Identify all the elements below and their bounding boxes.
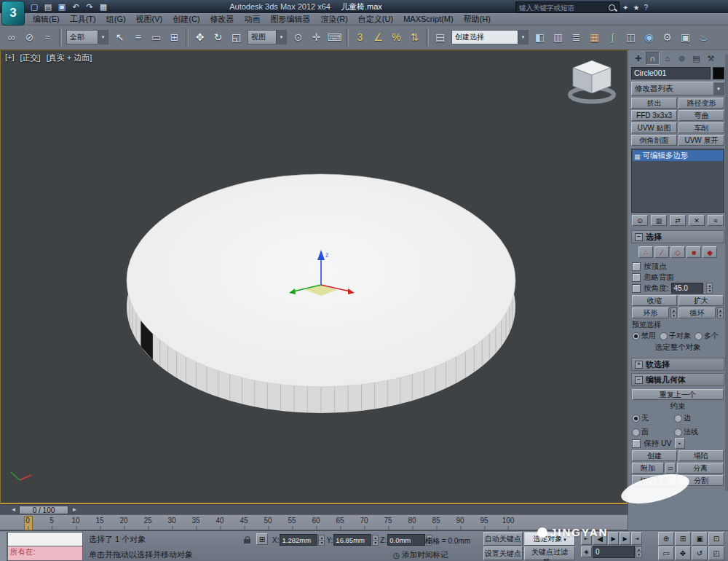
- select-and-manipulate-icon[interactable]: ✛: [307, 28, 325, 47]
- menu-item[interactable]: MAXScript(M): [398, 14, 458, 24]
- select-by-name-icon[interactable]: ≡: [129, 28, 147, 47]
- render-production-icon[interactable]: ♨: [695, 28, 713, 47]
- selection-lock-toggle[interactable]: [243, 536, 252, 544]
- by-vertex-checkbox[interactable]: 按顶点: [632, 261, 724, 272]
- show-end-result-icon[interactable]: ▥: [651, 215, 667, 226]
- constraint-radio[interactable]: 边: [674, 413, 703, 423]
- x-coordinate-field[interactable]: 1.282mm: [280, 534, 317, 546]
- menu-item[interactable]: 帮助(H): [459, 13, 496, 26]
- set-key-button[interactable]: 设置关键点: [483, 546, 523, 560]
- key-mode-icon[interactable]: ◈: [581, 546, 592, 557]
- tab-display[interactable]: ▤: [689, 52, 703, 65]
- curve-editor-icon[interactable]: ∫: [604, 28, 622, 47]
- rollout-edit-geometry-header[interactable]: 编辑几何体: [631, 373, 724, 386]
- orbit-icon[interactable]: ↺: [692, 546, 708, 560]
- element-mode-icon[interactable]: ◆: [703, 246, 717, 258]
- ring-spinner[interactable]: [670, 307, 677, 318]
- angle-value-field[interactable]: 45.0: [671, 283, 703, 294]
- preview-radio[interactable]: 禁用: [632, 331, 656, 341]
- listener-output-pane[interactable]: [7, 532, 83, 546]
- constraint-radio[interactable]: 法线: [674, 427, 703, 437]
- undo-icon[interactable]: ↶: [69, 1, 82, 12]
- open-file-icon[interactable]: ▤: [41, 1, 55, 12]
- listener-grip[interactable]: [0, 532, 7, 561]
- align-icon[interactable]: ▥: [549, 28, 567, 47]
- object-color-swatch[interactable]: [713, 67, 724, 79]
- modifier-preset-button[interactable]: 车削: [678, 122, 724, 133]
- preserve-uv-settings-icon[interactable]: ▪: [675, 438, 685, 449]
- ignore-backfacing-checkbox[interactable]: 忽略背面: [632, 272, 724, 283]
- rollout-selection-header[interactable]: 选择: [631, 230, 724, 243]
- menu-item[interactable]: 图形编辑器: [266, 13, 316, 26]
- make-unique-icon[interactable]: ⇄: [670, 215, 686, 226]
- tab-hierarchy[interactable]: ⌂: [660, 52, 674, 65]
- viewport-shading-menu[interactable]: [真实 + 边面]: [47, 52, 92, 63]
- modifier-preset-button[interactable]: UVW 展开: [678, 135, 724, 146]
- render-setup-icon[interactable]: ⚙: [658, 28, 676, 47]
- menu-item[interactable]: 自定义(U): [353, 13, 398, 26]
- zoom-all-icon[interactable]: ⊞: [675, 532, 691, 546]
- command-panel-scrollbar[interactable]: [725, 54, 728, 491]
- time-slider-handle[interactable]: 0 / 100: [19, 506, 68, 514]
- unlink-selection-icon[interactable]: ⊘: [20, 28, 39, 47]
- select-object-icon[interactable]: ↖: [111, 28, 129, 47]
- zoom-icon[interactable]: ⊕: [658, 532, 674, 546]
- stack-item-editable-poly[interactable]: 可编辑多边形: [633, 150, 723, 161]
- create-button[interactable]: 创建: [632, 450, 677, 461]
- select-and-rotate-icon[interactable]: ↻: [209, 28, 227, 47]
- percent-snap-icon[interactable]: %: [387, 28, 405, 47]
- time-slider-left-arrow-icon[interactable]: ◄: [9, 506, 17, 514]
- repeat-last-button[interactable]: 重复上一个: [632, 389, 724, 400]
- zoom-region-icon[interactable]: ▭: [658, 546, 674, 560]
- modifier-preset-button[interactable]: 路径变形: [678, 98, 724, 109]
- modifier-preset-button[interactable]: UVW 贴图: [631, 122, 677, 133]
- tab-motion[interactable]: ⊚: [675, 52, 689, 65]
- select-and-move-icon[interactable]: ✥: [191, 28, 209, 47]
- modifier-preset-button[interactable]: 弯曲: [678, 110, 724, 121]
- selection-filter-dropdown[interactable]: 全部: [66, 30, 108, 44]
- track-bar[interactable]: 0510152025303540455055606570758085909510…: [0, 514, 628, 530]
- key-filters-button[interactable]: 关键点过滤器...: [524, 546, 575, 560]
- collapse-button[interactable]: 塌陷: [678, 450, 724, 461]
- use-pivot-point-center-icon[interactable]: ⊙: [289, 28, 307, 47]
- menu-item[interactable]: 渲染(R): [316, 13, 353, 26]
- named-selection-sets-dropdown[interactable]: 创建选择: [451, 30, 529, 44]
- grow-button[interactable]: 扩大: [678, 295, 724, 306]
- play-icon[interactable]: ▶: [608, 532, 619, 545]
- save-file-icon[interactable]: ▣: [55, 1, 68, 12]
- rollout-soft-selection-header[interactable]: 软选择: [631, 358, 724, 371]
- go-to-end-icon[interactable]: ⇥: [631, 532, 642, 545]
- polygon-mode-icon[interactable]: ■: [687, 246, 701, 258]
- time-slider[interactable]: ◄ 0 / 100 ►: [0, 504, 628, 515]
- preview-radio[interactable]: 子对象: [660, 331, 691, 341]
- attach-list-icon[interactable]: ▭: [665, 463, 676, 474]
- menu-item[interactable]: 视图(V): [131, 13, 168, 26]
- zoom-extents-icon[interactable]: ▣: [692, 532, 708, 546]
- auto-key-button[interactable]: 自动关键点: [483, 532, 523, 546]
- x-spinner[interactable]: [318, 535, 325, 546]
- select-and-link-icon[interactable]: ∞: [2, 28, 20, 47]
- ring-button[interactable]: 环形: [632, 307, 669, 318]
- project-folder-icon[interactable]: ▦: [97, 1, 110, 12]
- viewport-general-menu[interactable]: [+]: [5, 52, 15, 63]
- configure-modifier-sets-icon[interactable]: ≡: [708, 215, 724, 226]
- maxscript-mini-listener[interactable]: 所有在:: [0, 532, 83, 561]
- new-scene-icon[interactable]: ▢: [28, 1, 41, 12]
- bind-to-space-warp-icon[interactable]: ≈: [39, 28, 57, 47]
- attach-button[interactable]: 附加: [632, 463, 664, 474]
- mirror-icon[interactable]: ◧: [531, 28, 549, 47]
- zoom-extents-all-icon[interactable]: ⊡: [708, 532, 724, 546]
- maximize-viewport-icon[interactable]: ◰: [708, 546, 724, 560]
- object-name-field[interactable]: Circle001: [631, 67, 711, 79]
- remove-modifier-icon[interactable]: ✕: [689, 215, 705, 226]
- edit-named-selection-sets-icon[interactable]: ▤: [431, 28, 449, 47]
- keyboard-shortcut-override-icon[interactable]: ⌨: [325, 28, 344, 47]
- preserve-uv-checkbox[interactable]: 保持 UV ▪: [632, 438, 724, 449]
- preview-radio[interactable]: 多个: [695, 331, 719, 341]
- by-angle-checkbox[interactable]: 按角度: 45.0: [632, 283, 724, 294]
- tab-utilities[interactable]: ⚒: [704, 52, 718, 65]
- menu-item[interactable]: 动画: [240, 13, 266, 26]
- schematic-view-icon[interactable]: ◫: [622, 28, 640, 47]
- redo-icon[interactable]: ↷: [83, 1, 96, 12]
- vertex-mode-icon[interactable]: ∴: [638, 246, 653, 258]
